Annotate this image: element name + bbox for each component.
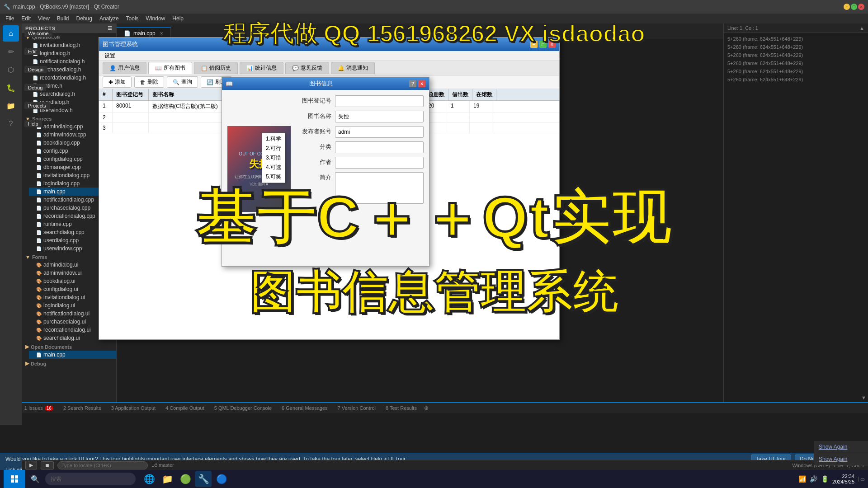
qt-menu-settings[interactable]: 设置 (101, 51, 119, 61)
qt-maximize-button[interactable]: □ (539, 41, 547, 48)
debug-section[interactable]: ▶ Debug (22, 359, 116, 367)
tab-borrowhistory[interactable]: 📋 借阅历史 (194, 62, 238, 74)
th-name[interactable]: 图书名称 (149, 89, 230, 100)
autocomplete-item-5[interactable]: 5.可笑 (262, 172, 285, 182)
author-input[interactable] (335, 157, 424, 169)
tab-userinfo-label: 用户信息 (118, 64, 140, 72)
autocomplete-item-3[interactable]: 3.可惜 (262, 153, 285, 163)
title-input[interactable] (335, 111, 424, 122)
tab-statistics[interactable]: 📊 统计信息 (240, 62, 283, 74)
td-inlib-3 (470, 123, 492, 133)
show-again-area: Show Again Show Again (814, 441, 868, 465)
btab-test-results[interactable]: 8 Test Results (381, 404, 421, 412)
autocomplete-item-1[interactable]: 1.科学 (262, 134, 285, 144)
projects-icon-btn[interactable]: 📁 Projects (3, 98, 19, 114)
open-docs-section[interactable]: ▶ Open Documents (22, 342, 116, 351)
publisher-row: 发布者账号 (300, 126, 424, 138)
debug-icon-btn[interactable]: 🐛 Debug (3, 80, 19, 96)
welcome-icon-btn[interactable]: ⌂ Welcome (3, 25, 19, 42)
autocomplete-item-2[interactable]: 2.可行 (262, 144, 285, 153)
edit-icon-btn[interactable]: ✏ Edit (3, 43, 19, 60)
app-icon: 🔧 (4, 4, 10, 10)
sources-label: Sources (32, 116, 52, 122)
book-dialog-title-text: 图书信息 (309, 80, 333, 88)
ide-iconbar: ⌂ Welcome ✏ Edit ⬡ Design 🐛 Debug 📁 Proj… (0, 23, 22, 425)
btab-search-results[interactable]: 2 Search Results (59, 404, 106, 412)
panel-scroll-down[interactable]: ▼ (859, 393, 868, 402)
line-col-info: Line: 1, Col: 1 (727, 25, 758, 31)
tab-allbooks[interactable]: 📖 所有图书 (148, 62, 192, 74)
menu-analyze[interactable]: Analyze (96, 14, 123, 23)
qt-close-button[interactable]: × (548, 41, 556, 48)
autocomplete-item-4[interactable]: 4.可选 (262, 163, 285, 172)
th-reg[interactable]: 图书登记号 (113, 89, 149, 100)
category-input[interactable] (335, 141, 424, 153)
taskbar-app-qtcreator[interactable]: 🔧 (195, 471, 212, 487)
design-icon-btn[interactable]: ⬡ Design (3, 61, 19, 78)
maximize-button[interactable]: □ (851, 4, 857, 10)
menu-tools[interactable]: Tools (123, 14, 142, 23)
th-inlib[interactable]: 在馆数 (472, 89, 496, 100)
th-num: # (99, 89, 113, 100)
svg-rect-2 (11, 479, 14, 483)
taskbar-app-2[interactable]: 📁 (159, 471, 175, 487)
panel-scroll-up[interactable]: ▲ (859, 25, 864, 31)
open-doc-main[interactable]: 📄main.cpp (29, 351, 116, 359)
add-book-button[interactable]: ✚ 添加 (103, 76, 132, 88)
delete-book-button[interactable]: 🗑 删除 (134, 76, 164, 88)
minimize-button[interactable]: − (844, 4, 850, 10)
log-line-1: 5+260 (frame: 624x551+648+229) (727, 35, 864, 43)
btab-app-output[interactable]: 3 Application Output (107, 404, 160, 412)
btab-issues[interactable]: 1 Issues 16 (20, 404, 58, 412)
search-taskbar-button[interactable]: 🔍 (27, 471, 43, 487)
reg-input[interactable] (335, 95, 424, 107)
menu-edit[interactable]: Edit (18, 14, 34, 23)
help-icon-btn[interactable]: ? Help (3, 116, 19, 132)
title-row: 图书名称 (300, 111, 424, 122)
refresh-icon: 🔄 (207, 79, 213, 85)
btab-version-control[interactable]: 7 Version Control (333, 404, 380, 412)
menu-file[interactable]: File (2, 14, 18, 23)
publisher-input[interactable] (335, 126, 424, 138)
taskbar-app-1[interactable]: 🌐 (141, 471, 157, 487)
btab-general-messages[interactable]: 6 General Messages (277, 404, 332, 412)
btab-qml-debugger[interactable]: 5 QML Debugger Console (210, 404, 276, 412)
intro-textarea[interactable] (335, 172, 424, 204)
tab-close[interactable]: × (160, 30, 163, 37)
book-dialog-close-button[interactable]: × (418, 80, 425, 87)
search-label: 查询 (181, 78, 192, 86)
show-again-button-1[interactable]: Show Again (814, 441, 868, 453)
sidebar-menu-icon[interactable]: ☰ (108, 25, 113, 31)
menu-debug[interactable]: Debug (73, 14, 96, 23)
search-input[interactable] (57, 461, 148, 469)
th-borrowed[interactable]: 借出数 (448, 89, 472, 100)
start-button[interactable] (4, 470, 25, 488)
taskbar-app-3[interactable]: 🟢 (177, 471, 193, 487)
search-book-button[interactable]: 🔍 查询 (167, 76, 198, 88)
taskbar-search-bar[interactable]: 搜索 (45, 473, 136, 485)
menu-build[interactable]: Build (53, 14, 73, 23)
td-borrowed-3 (447, 123, 470, 133)
run-button[interactable]: ▶ (25, 461, 37, 469)
close-button[interactable]: × (858, 4, 864, 10)
taskbar-show-desktop-icon[interactable]: ▭ (858, 477, 864, 482)
td-num-3: 3 (99, 123, 113, 133)
menu-help[interactable]: Help (169, 14, 187, 23)
tab-feedback[interactable]: 💬 意见反馈 (285, 62, 329, 74)
add-icon: ✚ (108, 79, 113, 85)
taskbar-icon-3: 🟢 (180, 474, 191, 484)
tab-userinfo[interactable]: 👤 用户信息 (103, 62, 146, 74)
taskbar-clock[interactable]: 22:34 2024/5/25 (832, 474, 854, 484)
tab-notifications[interactable]: 🔔 消息通知 (331, 62, 375, 74)
taskbar-app-4[interactable]: 🔵 (213, 471, 230, 487)
show-again-button-2[interactable]: Show Again (814, 453, 868, 465)
book-dialog-help-button[interactable]: ? (409, 80, 416, 87)
td-inlib-1: 19 (470, 101, 492, 112)
reg-label: 图书登记号 (300, 95, 331, 105)
btab-more[interactable]: ⊕ (424, 405, 429, 411)
menu-view[interactable]: View (34, 14, 53, 23)
btab-compile-output[interactable]: 4 Compile Output (161, 404, 209, 412)
menu-window[interactable]: Window (142, 14, 169, 23)
qt-minimize-button[interactable]: − (530, 41, 538, 48)
stop-button[interactable]: ⏹ (41, 461, 54, 469)
